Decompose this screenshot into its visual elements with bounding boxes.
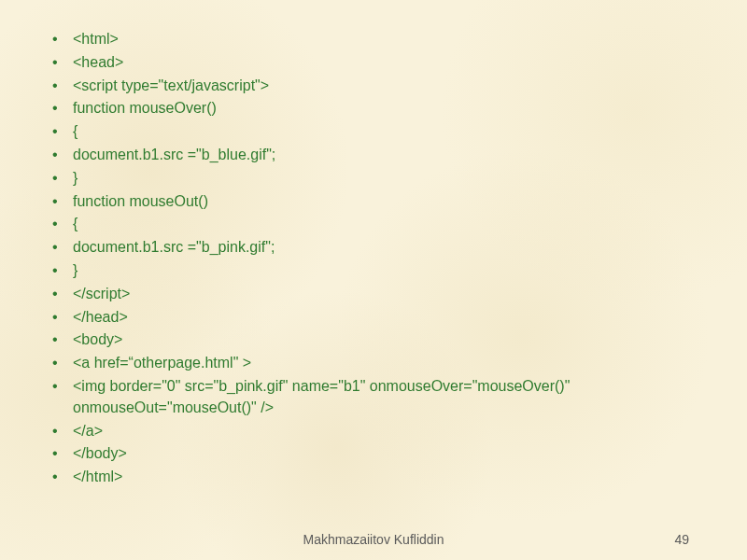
code-line: <a href=“otherpage.html" >	[47, 352, 705, 375]
code-line: </a>	[47, 420, 705, 443]
code-line: {	[47, 213, 705, 236]
code-line: <body>	[47, 329, 705, 352]
code-line: </html>	[47, 466, 705, 489]
code-bullet-list: <html> <head> <script type="text/javascr…	[47, 28, 705, 489]
code-line: <html>	[47, 28, 705, 51]
footer-author: Makhmazaiitov Kufliddin	[0, 532, 747, 547]
code-line: <img border="0" src="b_pink.gif" name="b…	[47, 375, 705, 399]
code-line: </body>	[47, 442, 705, 466]
code-line: function mouseOut()	[47, 190, 705, 214]
page-number: 49	[674, 532, 689, 547]
code-line: function mouseOver()	[47, 97, 705, 120]
code-line: document.b1.src ="b_blue.gif";	[47, 144, 705, 167]
code-line: </script>	[47, 283, 705, 306]
code-line: <head>	[47, 51, 705, 75]
code-line: </head>	[47, 306, 705, 329]
slide-content: <html> <head> <script type="text/javascr…	[0, 0, 747, 498]
code-line: onmouseOut="mouseOut()" />	[47, 397, 705, 420]
code-line: <script type="text/javascript">	[47, 75, 705, 98]
code-line: {	[47, 120, 705, 144]
code-line: document.b1.src ="b_pink.gif";	[47, 236, 705, 259]
code-line: }	[47, 259, 705, 283]
code-line: }	[47, 167, 705, 190]
